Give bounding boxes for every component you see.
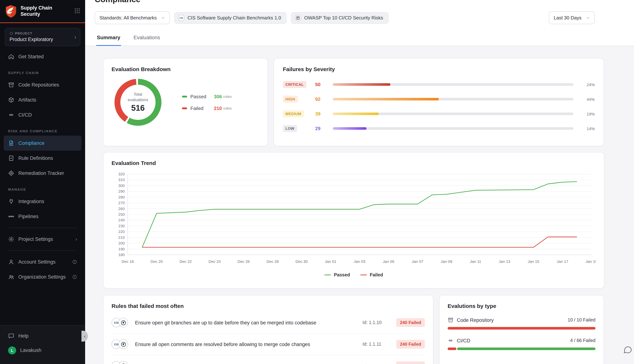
- chevron-right-icon: ›: [74, 34, 76, 40]
- sidebar-item-account-settings[interactable]: Account Settings: [4, 254, 82, 270]
- sidebar-user[interactable]: L Lavakush: [4, 343, 82, 358]
- project-name: Product Exploratory: [10, 37, 71, 42]
- sidebar-item-code-repositories[interactable]: Code Repositories: [4, 77, 82, 92]
- failed-swatch: [182, 107, 187, 109]
- svg-text:Dec 20: Dec 20: [151, 259, 163, 264]
- standards-filter-dropdown[interactable]: Standards: All Benchmarks: [95, 11, 170, 24]
- app-grid-icon[interactable]: [75, 8, 80, 15]
- nav-section-manage: MANAGE: [8, 187, 77, 191]
- project-selector[interactable]: PROJECT Product Exploratory ›: [5, 28, 80, 46]
- owasp-icon: [119, 361, 128, 364]
- repository-icon: [448, 317, 454, 323]
- legend-item-failed: Failed 210 rules: [182, 106, 232, 111]
- rule-id: Id: 1.1.10: [363, 320, 391, 325]
- svg-text:260: 260: [118, 206, 125, 211]
- rule-failed-badge: 240 Failed: [396, 362, 425, 364]
- type-row-cicd: CI/CD 4 / 66 Failed: [448, 338, 595, 350]
- page-header: Compliance Standards: All Benchmarks CIS…: [85, 0, 634, 46]
- svg-text:280: 280: [118, 195, 125, 199]
- svg-text:Dec 30: Dec 30: [295, 259, 308, 264]
- svg-text:Jan 03: Jan 03: [354, 259, 365, 264]
- rule-text: Ensure verifying signed commits of new c…: [135, 363, 357, 364]
- sidebar-item-remediation-tracker[interactable]: Remediation Tracker: [4, 166, 82, 181]
- card-title: Rules that failed most often: [112, 303, 425, 309]
- package-icon: [8, 97, 14, 103]
- date-range-dropdown[interactable]: Last 30 Days: [549, 11, 595, 24]
- evaluation-trend-chart: 1801902002102202302402502602702802903003…: [112, 170, 596, 272]
- info-icon: [72, 274, 77, 279]
- sidebar-item-help[interactable]: Help: [4, 329, 82, 343]
- sidebar: Supply Chain Security PROJECT Product Ex…: [0, 0, 85, 364]
- svg-text:240: 240: [118, 218, 125, 222]
- type-result-bar: [448, 327, 595, 330]
- nav-section-supply-chain: SUPPLY CHAIN: [8, 71, 77, 75]
- info-icon: [72, 260, 77, 264]
- page-title-wrap: Compliance: [95, 0, 634, 6]
- tab-summary[interactable]: Summary: [96, 34, 121, 46]
- severity-count: 92: [315, 96, 328, 102]
- svg-text:Jan 11: Jan 11: [470, 259, 481, 264]
- legend-item-failed: Failed: [360, 272, 383, 278]
- sidebar-item-organization-settings[interactable]: Organization Settings: [4, 270, 82, 284]
- owasp-icon: [295, 14, 301, 21]
- sidebar-item-artifacts[interactable]: Artifacts: [4, 92, 82, 108]
- svg-text:180: 180: [118, 252, 125, 257]
- infinity-icon: [448, 338, 454, 344]
- severity-row-critical: CRITICAL 50 24%: [283, 81, 595, 88]
- users-icon: [8, 274, 14, 280]
- severity-badge: HIGH: [283, 96, 298, 103]
- sidebar-header: Supply Chain Security: [0, 0, 85, 23]
- evaluations-by-type-card: Evalutions by type Code Repository 10 / …: [439, 295, 604, 364]
- sidebar-item-pipelines[interactable]: Pipelines: [4, 209, 82, 224]
- svg-text:Dec 22: Dec 22: [180, 259, 192, 264]
- severity-percent: 19%: [579, 112, 595, 116]
- user-icon: [8, 259, 14, 265]
- svg-text:Jan 19: Jan 19: [585, 259, 596, 264]
- svg-text:Jan 07: Jan 07: [412, 259, 423, 264]
- severity-bar: [333, 83, 573, 86]
- page-title: Compliance: [95, 0, 634, 4]
- passed-swatch: [182, 96, 187, 97]
- type-row-code-repository: Code Repository 10 / 10 Failed: [448, 317, 595, 330]
- sidebar-item-integrations[interactable]: Integrations: [4, 194, 82, 209]
- sidebar-item-get-started[interactable]: Get Started: [4, 49, 82, 64]
- rule-row[interactable]: CIS Ensure verifying signed commits of n…: [112, 355, 425, 364]
- rule-row[interactable]: CIS Ensure open git branches are up to d…: [112, 312, 425, 333]
- tab-evaluations[interactable]: Evaluations: [133, 34, 161, 46]
- legend-item-passed: Passed 306 rules: [182, 94, 232, 99]
- donut-legend: Passed 306 rules Failed 210 rules: [182, 94, 232, 111]
- sidebar-item-cicd[interactable]: CI/CD: [4, 108, 82, 122]
- chat-widget-button[interactable]: [623, 345, 632, 354]
- chevron-right-icon: ›: [75, 237, 77, 242]
- card-title: Evaluation Trend: [112, 160, 596, 166]
- benchmark-chip-cis[interactable]: CIS CIS Software Supply Chain Benchmarks…: [174, 12, 286, 24]
- target-icon: [8, 170, 14, 176]
- card-title: Evaluation Breakdown: [112, 66, 259, 72]
- svg-text:Dec 26: Dec 26: [238, 259, 250, 264]
- rule-row[interactable]: CIS Ensure all open comments are resolve…: [112, 333, 425, 355]
- passed-count: 306: [214, 94, 222, 99]
- app-root: Supply Chain Security PROJECT Product Ex…: [0, 0, 634, 364]
- sidebar-item-project-settings[interactable]: Project Settings ›: [4, 232, 82, 247]
- evaluation-breakdown-card: Evaluation Breakdown Totalevaluations 51…: [103, 58, 268, 146]
- severity-badge: LOW: [283, 125, 297, 132]
- sidebar-item-rule-definitions[interactable]: Rule Definitions: [4, 151, 82, 166]
- clipboard-check-icon: [8, 155, 14, 161]
- chat-bubble-icon: [623, 345, 632, 354]
- owasp-icon: [119, 318, 128, 327]
- filter-bar: Standards: All Benchmarks CIS CIS Softwa…: [95, 11, 595, 24]
- sidebar-footer: Help L Lavakush: [0, 325, 85, 364]
- severity-count: 39: [315, 111, 328, 116]
- benchmark-chip-owasp[interactable]: OWASP Top 10 CI/CD Security Risks: [291, 12, 389, 24]
- home-icon: [8, 54, 14, 60]
- divider: [8, 228, 77, 228]
- rule-benchmark-icons: CIS: [112, 340, 130, 349]
- type-failed-ratio: 10 / 10 Failed: [568, 318, 596, 322]
- svg-text:Jan 01: Jan 01: [325, 259, 336, 264]
- sidebar-item-compliance[interactable]: Compliance: [4, 136, 82, 151]
- avatar: L: [8, 346, 16, 354]
- type-result-bar: [448, 348, 595, 350]
- rule-failed-badge: 240 Failed: [396, 340, 425, 348]
- plug-icon: [8, 198, 14, 204]
- severity-count: 29: [315, 126, 328, 131]
